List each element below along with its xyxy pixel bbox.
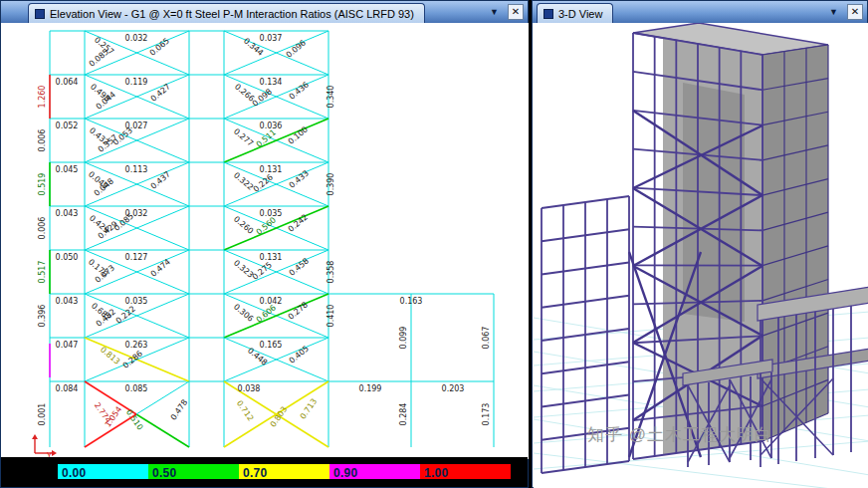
svg-text:0.050: 0.050 — [56, 253, 79, 262]
svg-text:0.084: 0.084 — [56, 384, 79, 393]
svg-text:0.131: 0.131 — [260, 253, 283, 262]
svg-text:0.165: 0.165 — [260, 341, 283, 350]
svg-text:0.199: 0.199 — [359, 384, 382, 393]
svg-text:0.043: 0.043 — [56, 297, 79, 306]
elevation-view-window: Elevation View - G1 @ X=0 ft Steel P-M I… — [0, 0, 529, 488]
close-icon[interactable]: ✕ — [847, 4, 863, 20]
svg-text:0.052: 0.052 — [56, 122, 79, 130]
svg-text:0.064: 0.064 — [56, 78, 79, 87]
legend-value-label: 0.50 — [152, 466, 177, 480]
svg-text:1.260: 1.260 — [38, 86, 47, 109]
legend-value-label: 0.90 — [333, 466, 358, 480]
watermark-text: 知乎 @土木工程大明白 — [587, 423, 772, 446]
svg-text:0.173: 0.173 — [482, 403, 491, 426]
svg-text:0.035: 0.035 — [125, 297, 148, 306]
svg-text:0.405: 0.405 — [288, 344, 311, 366]
legend-value-label: 1.00 — [424, 466, 449, 480]
svg-text:0.134: 0.134 — [260, 78, 283, 87]
chevron-down-icon[interactable]: ▼ — [488, 5, 501, 20]
svg-text:0.053: 0.053 — [111, 125, 134, 147]
svg-text:0.713: 0.713 — [299, 397, 320, 421]
chevron-down-icon[interactable]: ▼ — [827, 5, 840, 20]
svg-text:0.045: 0.045 — [56, 165, 79, 174]
svg-text:0.396: 0.396 — [38, 305, 47, 328]
svg-text:0.043: 0.043 — [56, 209, 79, 218]
svg-text:0.038: 0.038 — [238, 384, 261, 393]
svg-text:0.006: 0.006 — [38, 217, 47, 240]
svg-text:0.047: 0.047 — [56, 341, 79, 350]
svg-text:0.032: 0.032 — [125, 34, 148, 43]
svg-text:0.517: 0.517 — [38, 261, 47, 284]
threed-title-tab[interactable]: 3-D View — [537, 3, 613, 23]
threed-titlebar[interactable]: 3-D View ▼ ✕ — [533, 1, 867, 23]
svg-text:0.099: 0.099 — [399, 327, 408, 350]
view-icon — [543, 9, 553, 19]
svg-text:0.037: 0.037 — [260, 34, 283, 43]
view-icon — [35, 9, 45, 19]
svg-text:0.100: 0.100 — [287, 124, 310, 146]
svg-text:0.001: 0.001 — [38, 403, 47, 426]
svg-text:0.096: 0.096 — [285, 38, 308, 60]
svg-text:0.127: 0.127 — [125, 253, 148, 262]
svg-text:0.163: 0.163 — [400, 297, 423, 306]
svg-text:0.242: 0.242 — [287, 212, 310, 234]
elevation-title: Elevation View - G1 @ X=0 ft Steel P-M I… — [50, 8, 414, 20]
close-icon[interactable]: ✕ — [508, 4, 524, 20]
svg-text:0.065: 0.065 — [148, 36, 171, 58]
legend-value-label: 0.70 — [243, 466, 268, 480]
svg-text:0.340: 0.340 — [326, 86, 335, 109]
svg-text:0.519: 0.519 — [38, 173, 47, 196]
threed-view-window: 3-D View ▼ ✕ 知乎 @土木工程大明白 — [532, 0, 868, 488]
svg-text:0.119: 0.119 — [125, 78, 148, 87]
svg-text:0.006: 0.006 — [38, 129, 47, 152]
svg-text:0.284: 0.284 — [399, 403, 408, 426]
svg-text:0.437: 0.437 — [149, 169, 172, 191]
svg-text:0.478: 0.478 — [169, 398, 190, 422]
svg-text:0.203: 0.203 — [442, 384, 465, 393]
svg-text:0.131: 0.131 — [260, 165, 283, 174]
svg-text:0.410: 0.410 — [326, 305, 335, 328]
svg-text:0.067: 0.067 — [482, 327, 491, 350]
svg-text:0.085: 0.085 — [125, 384, 148, 393]
threed-title: 3-D View — [558, 8, 602, 20]
svg-text:0.275: 0.275 — [251, 260, 274, 282]
svg-text:0.263: 0.263 — [125, 341, 148, 350]
threed-canvas[interactable] — [534, 23, 868, 488]
svg-text:0.098: 0.098 — [251, 87, 274, 109]
svg-text:0.474: 0.474 — [149, 257, 172, 279]
svg-text:0.278: 0.278 — [287, 300, 310, 322]
svg-text:0.390: 0.390 — [326, 173, 335, 196]
svg-text:0.436: 0.436 — [288, 80, 311, 102]
svg-text:0.113: 0.113 — [125, 165, 148, 174]
svg-text:0.358: 0.358 — [326, 261, 335, 284]
elevation-titlebar[interactable]: Elevation View - G1 @ X=0 ft Steel P-M I… — [1, 1, 528, 23]
elevation-title-tab[interactable]: Elevation View - G1 @ X=0 ft Steel P-M I… — [28, 3, 425, 23]
svg-text:0.458: 0.458 — [288, 256, 311, 278]
svg-text:0.606: 0.606 — [255, 303, 278, 325]
svg-text:0.433: 0.433 — [288, 168, 311, 190]
elevation-canvas[interactable]: 0.0640.0520.0450.0430.0500.0430.0470.084… — [2, 23, 529, 459]
ratio-color-legend: 0.000.500.700.901.00 — [1, 457, 528, 487]
svg-text:0.511: 0.511 — [255, 127, 278, 149]
svg-text:0.712: 0.712 — [235, 399, 256, 423]
legend-value-label: 0.00 — [62, 466, 87, 480]
svg-text:0.286: 0.286 — [121, 349, 144, 370]
svg-text:0.560: 0.560 — [255, 215, 278, 237]
svg-text:0.427: 0.427 — [149, 82, 172, 104]
